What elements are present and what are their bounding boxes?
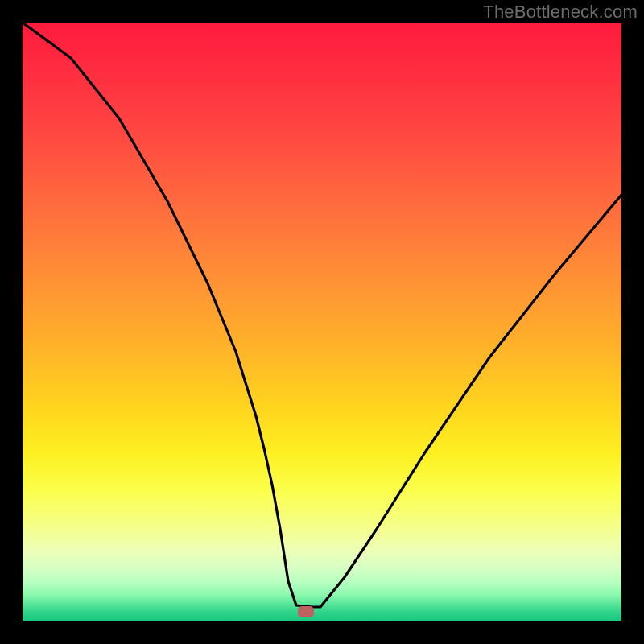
plot-area: [23, 23, 621, 621]
optimal-marker: [298, 606, 314, 617]
chart-frame: TheBottleneck.com: [0, 0, 644, 644]
watermark-text: TheBottleneck.com: [483, 2, 638, 23]
bottleneck-curve: [23, 23, 621, 621]
